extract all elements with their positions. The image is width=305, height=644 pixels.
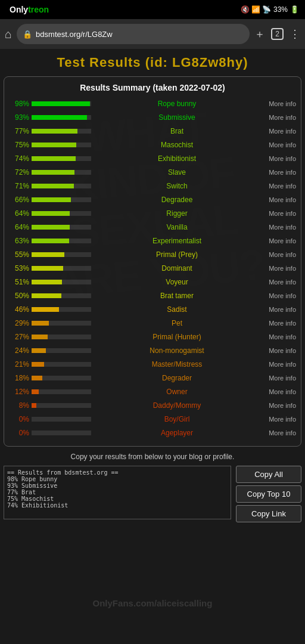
result-percentage: 29% (9, 319, 32, 327)
page-content: WHAT KIND OF SEXUAL ARE YOU? Test Result… (0, 49, 305, 644)
copy-top10-button[interactable]: Copy Top 10 (236, 485, 301, 503)
more-info-link[interactable]: More info (260, 100, 296, 107)
more-info-link[interactable]: More info (260, 196, 296, 203)
result-percentage: 55% (9, 250, 32, 259)
result-bar-fill (32, 225, 70, 230)
more-info-link[interactable]: More info (260, 210, 296, 217)
result-bar-container (32, 307, 91, 312)
status-right: 🔇 📶 📡 33% 🔋 (241, 5, 299, 14)
url-bar[interactable]: 🔒 bdsmtest.org/r/LG8Zw (17, 24, 250, 44)
result-name: Rigger (94, 209, 260, 218)
result-bar-container (32, 143, 91, 147)
mute-icon: 🔇 (241, 5, 250, 14)
copy-textarea[interactable] (4, 466, 231, 519)
result-row: 46%SadistMore info (9, 303, 296, 316)
more-info-link[interactable]: More info (260, 402, 296, 409)
result-name: Sadist (94, 305, 260, 314)
more-info-link[interactable]: More info (260, 374, 296, 382)
result-bar-fill (32, 293, 61, 298)
result-bar-fill (32, 211, 70, 216)
home-button[interactable]: ⌂ (5, 27, 12, 41)
copy-all-button[interactable]: Copy All (236, 466, 301, 483)
more-info-link[interactable]: More info (260, 182, 296, 190)
result-row: 64%RiggerMore info (9, 207, 296, 220)
status-logo: Onlytreon (6, 3, 52, 16)
result-bar-fill (32, 143, 76, 147)
lock-icon: 🔒 (23, 30, 32, 39)
result-row: 53%DominantMore info (9, 262, 296, 275)
bottom-watermark: OnlyFans.com/aliceiscalling (0, 598, 305, 608)
more-info-link[interactable]: More info (260, 128, 296, 135)
more-info-link[interactable]: More info (260, 265, 296, 272)
result-row: 12%OwnerMore info (9, 385, 296, 398)
result-bar-container (32, 129, 91, 134)
result-percentage: 50% (9, 292, 32, 300)
result-name: Boy/Girl (94, 415, 260, 423)
more-info-link[interactable]: More info (260, 320, 296, 327)
signal-icon: 📡 (262, 5, 271, 14)
result-bar-container (32, 280, 91, 284)
result-bar-bg (32, 389, 91, 394)
wifi-icon: 📶 (251, 5, 260, 14)
result-bar-bg (32, 431, 91, 435)
more-info-link[interactable]: More info (260, 333, 296, 340)
more-info-link[interactable]: More info (260, 361, 296, 368)
result-bar-fill (32, 321, 49, 326)
more-info-link[interactable]: More info (260, 429, 296, 436)
result-bar-fill (32, 280, 62, 284)
result-bar-container (32, 403, 91, 408)
more-info-link[interactable]: More info (260, 155, 296, 162)
result-name: Ageplayer (94, 429, 260, 437)
url-text: bdsmtest.org/r/LG8Zw (36, 30, 113, 39)
more-info-link[interactable]: More info (260, 416, 296, 423)
copy-link-button[interactable]: Copy Link (236, 505, 301, 522)
more-info-link[interactable]: More info (260, 388, 296, 395)
result-bar-fill (32, 307, 59, 312)
result-bar-fill (32, 335, 48, 339)
result-bar-fill (32, 115, 87, 120)
more-info-link[interactable]: More info (260, 141, 296, 148)
result-bar-fill (32, 252, 64, 257)
more-info-link[interactable]: More info (260, 278, 296, 286)
onlytreon-logo: Onlytreon (6, 3, 52, 16)
result-bar-container (32, 239, 91, 243)
result-bar-container (32, 184, 91, 188)
tab-count[interactable]: 2 (271, 28, 284, 40)
result-bar-container (32, 389, 91, 394)
result-name: Brat tamer (94, 292, 260, 300)
result-bar-container (32, 293, 91, 298)
result-percentage: 64% (9, 209, 32, 218)
result-bar-fill (32, 362, 44, 367)
result-bar-bg (32, 403, 91, 408)
more-info-link[interactable]: More info (260, 306, 296, 313)
result-row: 29%PetMore info (9, 317, 296, 330)
result-row: 50%Brat tamerMore info (9, 289, 296, 302)
more-info-link[interactable]: More info (260, 251, 296, 258)
more-info-link[interactable]: More info (260, 169, 296, 176)
result-bar-container (32, 321, 91, 326)
result-row: 71%SwitchMore info (9, 179, 296, 193)
result-bar-container (32, 335, 91, 339)
more-info-link[interactable]: More info (260, 237, 296, 244)
new-tab-button[interactable]: ＋ (254, 27, 265, 41)
result-name: Masochist (94, 141, 260, 149)
result-percentage: 0% (9, 415, 32, 423)
more-info-link[interactable]: More info (260, 224, 296, 231)
more-info-link[interactable]: More info (260, 114, 296, 121)
result-row: 8%Daddy/MommyMore info (9, 399, 296, 412)
menu-button[interactable]: ⋮ (290, 27, 300, 41)
result-percentage: 71% (9, 182, 32, 190)
result-bar-fill (32, 101, 90, 106)
result-bar-bg (32, 417, 91, 422)
results-table: 98%Rope bunnyMore info93%SubmissiveMore … (9, 97, 296, 439)
result-bar-container (32, 115, 91, 120)
browser-chrome: ⌂ 🔒 bdsmtest.org/r/LG8Zw ＋ 2 ⋮ (0, 19, 305, 49)
result-bar-fill (32, 348, 46, 353)
result-bar-fill (32, 197, 71, 202)
result-percentage: 77% (9, 127, 32, 135)
result-row: 0%AgeplayerMore info (9, 426, 296, 439)
result-bar-container (32, 252, 91, 257)
result-name: Degrader (94, 374, 260, 382)
more-info-link[interactable]: More info (260, 292, 296, 299)
more-info-link[interactable]: More info (260, 347, 296, 354)
